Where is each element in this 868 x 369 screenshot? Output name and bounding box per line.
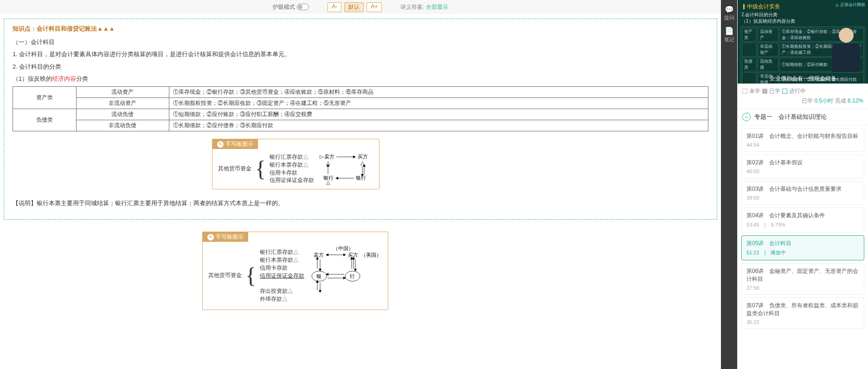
handwriting-box-1: ✎手写板图示 其他货币资金 { 银行汇票存款△银行本票存款△信用卡存款信用证保证… [212, 139, 379, 189]
svg-text:买方: 买方 [348, 252, 358, 258]
svg-text:▷: ▷ [320, 154, 324, 159]
text-line: 1. 会计科目，是对会计要素具体内容进行分类核算的项目，是进行会计核算和提供会计… [13, 49, 708, 59]
top-toolbar: 护眼模式 A- 默认 A+ 讲义答案: 全部显示 [0, 0, 721, 14]
hw1-label: 其他货币资金 [218, 165, 251, 173]
text-line: （1）按反映的经济内容分类 [13, 73, 708, 84]
knowledge-box: 知识点：会计科目和借贷记账法▲▲▲ （一）会计科目 1. 会计科目，是对会计要素… [4, 19, 717, 220]
handwriting-box-2: ✎手写板图示 其他货币资金 { 银行汇票存款△银行本票存款△信用卡存款信用证保证… [202, 232, 388, 310]
eye-mode-toggle[interactable] [297, 4, 309, 10]
note-icon: 📄 [724, 26, 734, 35]
brace-icon: { [255, 158, 266, 180]
knowledge-title: 知识点：会计科目和借贷记账法▲▲▲ [13, 25, 708, 33]
checkbox-icon [742, 89, 747, 94]
lecture-list: 第01讲 会计概念、会计职能与财务报告目标44:54第02讲 会计基本假设40:… [738, 125, 868, 369]
flow-diagram-1: ▷ 卖方 买方 △ △ 银行 银行 △ [318, 153, 373, 185]
handwriting-title: ✎手写板图示 [212, 139, 258, 149]
hw2-label: 其他货币资金 [208, 272, 242, 279]
note-button[interactable]: 📄笔记 [723, 24, 735, 45]
svg-text:卖方: 卖方 [314, 252, 324, 258]
answer-display: 讲义答案: 全部显示 [400, 3, 448, 11]
svg-marker-22 [326, 253, 328, 256]
svg-text:买方: 买方 [358, 154, 368, 159]
brace-icon: { [245, 265, 256, 287]
answer-value[interactable]: 全部显示 [426, 4, 448, 10]
font-controls: A- 默认 A+ [328, 2, 382, 12]
pen-icon: ✎ [217, 141, 224, 148]
heading-a: （一）会计科目 [13, 37, 708, 47]
lecture-title: 第07讲 负债类、所有者权益类、成本类和损益类会计科目 [746, 302, 859, 317]
ask-button[interactable]: 💬提问 [723, 2, 735, 24]
vertical-sidebar: 💬提问 📄笔记 [721, 0, 737, 369]
lecture-meta: 27:58 [746, 285, 859, 291]
font-default-button[interactable]: 默认 [344, 2, 364, 12]
handwriting-title: ✎手写板图示 [203, 232, 248, 242]
lecture-meta: 39:00 [746, 195, 859, 201]
lecture-meta: 40:00 [746, 168, 859, 174]
chat-icon: 💬 [724, 5, 734, 14]
lecture-title: 第06讲 金融资产、固定资产、无形资产的会计科目 [746, 267, 859, 283]
svg-text:（中国）: （中国） [333, 246, 354, 251]
right-panel: ◬ 正保会计网校 ▎中级会计实务 2.会计科目的分类 （1）按反映经济内容分类 … [737, 0, 868, 369]
svg-marker-15 [335, 177, 338, 180]
eye-mode-label: 护眼模式 [273, 3, 295, 11]
collapse-icon: − [742, 113, 751, 121]
lecture-item[interactable]: 第02讲 会计基本假设40:00 [741, 155, 864, 178]
video-caption: 企业偶尔会有一些现金储备 [738, 75, 868, 83]
lecture-title: 第02讲 会计基本假设 [746, 159, 859, 167]
progress-stats: 未学 已学 进行中 已学 0.5小时 完成 6.12% [738, 84, 868, 109]
lecture-item[interactable]: 第06讲 金融资产、固定资产、无形资产的会计科目27:58 [741, 263, 864, 295]
lecture-item[interactable]: 第01讲 会计概念、会计职能与财务报告目标44:54 [741, 128, 864, 152]
svg-text:行: 行 [350, 273, 355, 279]
pen-icon: ✎ [207, 234, 214, 240]
font-minus-button[interactable]: A- [328, 2, 341, 12]
brand-logo: ◬ 正保会计网校 [836, 2, 865, 8]
lecture-item[interactable]: 第04讲 会计要素及其确认条件53:45 | 9.79% [741, 207, 864, 233]
lecture-title: 第05讲 会计科目 [746, 240, 859, 247]
lecture-title: 第04讲 会计要素及其确认条件 [746, 212, 859, 220]
lecture-meta: 35:22 [746, 319, 859, 325]
lecture-title: 第01讲 会计概念、会计职能与财务报告目标 [746, 132, 859, 140]
category-table: 资产类流动资产①库存现金；②银行存款；③其他货币资金；④应收账款；⑤原材料；⑥库… [13, 86, 708, 131]
svg-text:银行: 银行 [355, 175, 366, 181]
lecture-meta: 53:45 | 9.79% [746, 221, 859, 228]
svg-text:△: △ [326, 180, 330, 185]
lecture-meta: 51:22 | 播放中 [746, 249, 859, 256]
teacher-figure [830, 28, 862, 74]
video-player[interactable]: ◬ 正保会计网校 ▎中级会计实务 2.会计科目的分类 （1）按反映经济内容分类 … [738, 0, 868, 84]
svg-marker-42 [343, 277, 346, 279]
hw2-items: 银行汇票存款△银行本票存款△信用卡存款信用证保证金存款 存出投资款△外埠存款△ [260, 248, 304, 303]
lecture-meta: 44:54 [746, 142, 859, 148]
checkbox-icon [762, 89, 767, 94]
lecture-item[interactable]: 第05讲 会计科目51:22 | 播放中 [741, 235, 864, 260]
lecture-item[interactable]: 第03讲 会计基础与会计信息质量要求39:00 [741, 181, 864, 205]
topic-header[interactable]: − 专题一 会计基础知识理论 [738, 109, 868, 125]
lecture-item[interactable]: 第07讲 负债类、所有者权益类、成本类和损益类会计科目35:22 [741, 298, 864, 329]
topic-label: 专题一 会计基础知识理论 [754, 113, 827, 121]
note-text: 【说明】银行本票主要用于同城结算；银行汇票主要用于异地结算；两者的结算方式本质上… [13, 198, 708, 208]
text-line: 2. 会计科目的分类 [13, 61, 708, 72]
svg-marker-40 [326, 273, 328, 276]
svg-marker-21 [343, 253, 346, 256]
svg-marker-46 [319, 290, 321, 293]
svg-text:（美国）: （美国） [361, 252, 381, 258]
svg-marker-3 [353, 155, 356, 158]
font-plus-button[interactable]: A+ [366, 2, 382, 12]
svg-text:银: 银 [316, 273, 321, 279]
svg-text:卖方: 卖方 [324, 154, 334, 159]
lecture-title: 第03讲 会计基础与会计信息质量要求 [746, 185, 859, 193]
hw1-items: 银行汇票存款△银行本票存款△信用卡存款信用证保证金存款 [270, 153, 314, 184]
flow-diagram-2: （中国） 卖方 买方 （美国） 银 行 [308, 246, 382, 306]
checkbox-icon [782, 89, 787, 94]
